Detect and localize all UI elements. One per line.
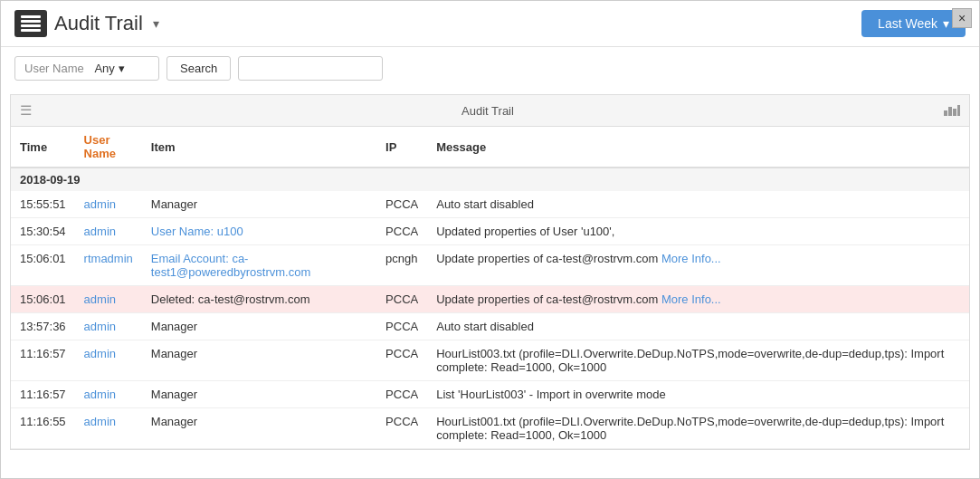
cell-message: Update properties of ca-test@rostrvm.com… bbox=[427, 245, 969, 286]
hamburger-icon[interactable]: ☰ bbox=[20, 102, 32, 119]
table-row: 11:16:57adminManagerPCCAList 'HourList00… bbox=[11, 381, 969, 408]
cell-time: 11:16:57 bbox=[11, 381, 75, 408]
svg-rect-7 bbox=[957, 105, 960, 116]
user-name-select[interactable]: User Name Any ▾ bbox=[14, 56, 159, 81]
table-row: 11:16:55adminManagerPCCAHourList001.txt … bbox=[11, 408, 969, 449]
cell-ip: PCCA bbox=[376, 408, 427, 449]
filter-bar: User Name Any ▾ Search bbox=[1, 47, 979, 90]
cell-ip: PCCA bbox=[376, 340, 427, 381]
col-header-message: Message bbox=[427, 127, 969, 168]
cell-username[interactable]: admin bbox=[75, 408, 142, 449]
table-header-row: Time UserName Item IP Message bbox=[11, 127, 969, 168]
svg-rect-6 bbox=[953, 109, 956, 116]
cell-username[interactable]: admin bbox=[75, 381, 142, 408]
cell-item: Manager bbox=[142, 381, 376, 408]
cell-username[interactable]: admin bbox=[75, 313, 142, 340]
chart-icon[interactable] bbox=[944, 103, 960, 119]
user-name-value: Any bbox=[94, 62, 114, 75]
audit-table: Time UserName Item IP Message 2018-09-19… bbox=[11, 127, 969, 449]
table-row: 15:06:01rtmadminEmail Account: ca-test1@… bbox=[11, 245, 969, 286]
close-button[interactable]: × bbox=[952, 8, 972, 28]
grid-panel: ☰ Audit Trail Time UserName Item IP Mess… bbox=[10, 94, 970, 450]
cell-username[interactable]: admin bbox=[75, 218, 142, 245]
header: Audit Trail ▾ Last Week ▾ × bbox=[1, 1, 979, 47]
cell-item: Manager bbox=[142, 340, 376, 381]
list-icon bbox=[21, 15, 41, 32]
last-week-button[interactable]: Last Week ▾ bbox=[861, 10, 966, 37]
username-link[interactable]: admin bbox=[84, 347, 116, 360]
search-button[interactable]: Search bbox=[167, 56, 231, 81]
more-info-link[interactable]: More Info... bbox=[661, 292, 721, 306]
cell-username[interactable]: admin bbox=[75, 286, 142, 313]
grid-panel-header: ☰ Audit Trail bbox=[11, 95, 969, 127]
table-row: 15:30:54adminUser Name: u100PCCAUpdated … bbox=[11, 218, 969, 245]
search-input[interactable] bbox=[238, 56, 383, 81]
cell-message: List 'HourList003' - Import in overwrite… bbox=[427, 381, 969, 408]
username-link[interactable]: rtmadmin bbox=[84, 252, 133, 265]
cell-ip: PCCA bbox=[376, 191, 427, 218]
svg-rect-2 bbox=[21, 24, 41, 27]
svg-rect-0 bbox=[21, 15, 41, 18]
audit-trail-icon bbox=[14, 10, 47, 37]
item-link[interactable]: Email Account: ca-test1@poweredbyrostrvm… bbox=[151, 252, 310, 279]
cell-ip: PCCA bbox=[376, 313, 427, 340]
col-header-item: Item bbox=[142, 127, 376, 168]
cell-username[interactable]: rtmadmin bbox=[75, 245, 142, 286]
deleted-item: Deleted: ca-test@rostrvm.com bbox=[151, 292, 310, 306]
item-link[interactable]: User Name: u100 bbox=[151, 225, 243, 238]
cell-time: 15:06:01 bbox=[11, 245, 75, 286]
more-info-link[interactable]: More Info... bbox=[661, 252, 721, 265]
cell-time: 13:57:36 bbox=[11, 313, 75, 340]
cell-time: 15:06:01 bbox=[11, 286, 75, 313]
cell-time: 11:16:55 bbox=[11, 408, 75, 449]
cell-item[interactable]: Email Account: ca-test1@poweredbyrostrvm… bbox=[142, 245, 376, 286]
title-caret[interactable]: ▾ bbox=[153, 16, 159, 31]
bar-chart-icon bbox=[944, 103, 960, 116]
cell-username[interactable]: admin bbox=[75, 191, 142, 218]
cell-ip: PCCA bbox=[376, 218, 427, 245]
cell-message: Auto start disabled bbox=[427, 313, 969, 340]
cell-item[interactable]: User Name: u100 bbox=[142, 218, 376, 245]
last-week-caret: ▾ bbox=[943, 16, 949, 31]
username-link[interactable]: admin bbox=[84, 197, 116, 211]
cell-item: Manager bbox=[142, 191, 376, 218]
cell-item: Manager bbox=[142, 408, 376, 449]
col-header-ip: IP bbox=[376, 127, 427, 168]
cell-time: 15:30:54 bbox=[11, 218, 75, 245]
cell-message: Update properties of ca-test@rostrvm.com… bbox=[427, 286, 969, 313]
date-group-cell: 2018-09-19 bbox=[11, 168, 969, 191]
username-link[interactable]: admin bbox=[84, 292, 116, 306]
message-text: Update properties of ca-test@rostrvm.com bbox=[436, 252, 661, 265]
page-wrapper: Audit Trail ▾ Last Week ▾ × User Name An… bbox=[0, 0, 980, 479]
cell-item: Deleted: ca-test@rostrvm.com bbox=[142, 286, 376, 313]
cell-message: Updated properties of User 'u100', bbox=[427, 218, 969, 245]
cell-message: HourList001.txt (profile=DLI.Overwrite.D… bbox=[427, 408, 969, 449]
cell-message: HourList003.txt (profile=DLI.Overwrite.D… bbox=[427, 340, 969, 381]
user-name-caret: ▾ bbox=[119, 62, 125, 75]
username-link[interactable]: admin bbox=[84, 225, 116, 238]
username-link[interactable]: admin bbox=[84, 388, 116, 401]
cell-message: Auto start disabled bbox=[427, 191, 969, 218]
user-name-label: User Name bbox=[24, 62, 84, 75]
cell-time: 11:16:57 bbox=[11, 340, 75, 381]
cell-ip: PCCA bbox=[376, 286, 427, 313]
cell-ip: PCCA bbox=[376, 381, 427, 408]
cell-item: Manager bbox=[142, 313, 376, 340]
table-row: 11:16:57adminManagerPCCAHourList003.txt … bbox=[11, 340, 969, 381]
message-text: Update properties of ca-test@rostrvm.com bbox=[436, 292, 661, 306]
page-title: Audit Trail bbox=[54, 12, 143, 35]
svg-rect-1 bbox=[21, 20, 41, 23]
col-header-username: UserName bbox=[75, 127, 142, 168]
svg-rect-5 bbox=[948, 107, 952, 116]
header-left: Audit Trail ▾ bbox=[14, 10, 159, 37]
last-week-label: Last Week bbox=[878, 16, 937, 31]
username-link[interactable]: admin bbox=[84, 320, 116, 333]
cell-username[interactable]: admin bbox=[75, 340, 142, 381]
col-header-time: Time bbox=[11, 127, 75, 168]
table-row: 13:57:36adminManagerPCCAAuto start disab… bbox=[11, 313, 969, 340]
svg-rect-4 bbox=[944, 110, 947, 116]
cell-time: 15:55:51 bbox=[11, 191, 75, 218]
username-link[interactable]: admin bbox=[84, 415, 116, 428]
table-row: 15:55:51adminManagerPCCAAuto start disab… bbox=[11, 191, 969, 218]
grid-panel-title: Audit Trail bbox=[32, 104, 944, 118]
